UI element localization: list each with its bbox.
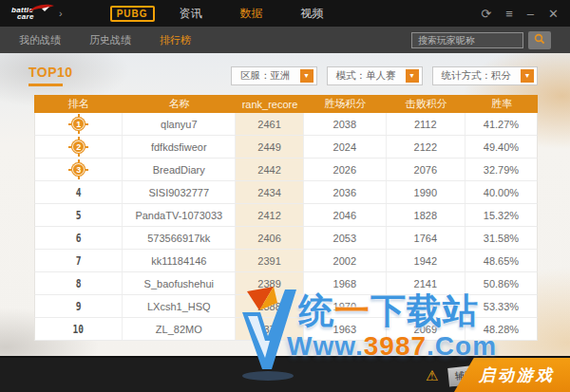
cell-win-rate: 48.28%	[466, 318, 537, 340]
cell-rank: 8	[35, 272, 123, 294]
chevron-down-icon: ▼	[406, 69, 419, 83]
stat-method-dropdown[interactable]: 统计方式：积分 ▼	[432, 66, 539, 85]
cell-kill-points: 2112	[387, 113, 466, 135]
table-row: 8S_baofushehui23891968214150.86%	[34, 272, 538, 295]
window-controls: ⟳ ≡ – ✕	[481, 8, 559, 20]
cell-win-points: 2024	[304, 136, 387, 158]
region-dropdown[interactable]: 区服：亚洲 ▼	[231, 66, 317, 85]
battlecare-logo: battle care	[11, 7, 51, 20]
rank-number: 7	[76, 254, 82, 268]
search-bar	[411, 31, 551, 49]
cell-rank-recore: 2389	[236, 272, 304, 294]
cell-win-rate: 41.27%	[466, 113, 537, 135]
region-dropdown-label: 区服：亚洲	[240, 69, 291, 83]
search-input[interactable]	[411, 32, 523, 48]
leaderboard-table: 排名 名称 rank_recore 胜场积分 击败积分 胜率 1qlanyu72…	[34, 95, 538, 341]
cell-win-points: 2036	[304, 181, 387, 203]
title-bar: battle care › PUBG 资讯 数据 视频 ⟳ ≡ – ✕	[0, 0, 570, 27]
cell-rank-recore: 2434	[236, 181, 304, 203]
cell-rank: 4	[35, 181, 123, 203]
cell-kill-points: 2090	[387, 295, 466, 317]
cell-name: SISI9032777	[123, 181, 236, 203]
cell-name: kk11184146	[123, 250, 236, 271]
cell-win-rate: 48.65%	[466, 250, 537, 271]
tab-ranking[interactable]: 排行榜	[160, 33, 191, 47]
cell-kill-points: 1764	[387, 227, 466, 249]
rank-number: 9	[76, 300, 82, 313]
cell-rank-recore: 2391	[236, 250, 304, 271]
cell-name: LXcsh1_HSQ	[123, 295, 236, 317]
rank-number: 8	[76, 277, 82, 290]
search-icon	[534, 33, 545, 47]
cell-rank-recore: 2412	[236, 204, 304, 226]
chevron-down-icon: ▼	[300, 69, 314, 83]
rank-medal-icon: 1	[71, 117, 86, 131]
tab-history-record[interactable]: 历史战绩	[89, 33, 131, 47]
table-row: 1qlanyu724612038211241.27%	[34, 113, 538, 136]
mode-dropdown[interactable]: 模式：单人赛 ▼	[327, 66, 423, 85]
cell-win-rate: 40.00%	[466, 181, 537, 203]
cell-kill-points: 1828	[387, 204, 466, 226]
table-row: 4SISI903277724342036199040.00%	[34, 181, 538, 204]
cell-name: 573566917kk	[123, 227, 236, 249]
cell-win-points: 1968	[304, 272, 387, 294]
cell-win-points: 2038	[304, 113, 387, 135]
cell-rank-recore: 2461	[236, 113, 304, 135]
sub-nav: 我的战绩 历史战绩 排行榜	[0, 27, 570, 53]
cell-win-points: 1963	[304, 318, 387, 340]
mode-dropdown-label: 模式：单人赛	[336, 69, 396, 83]
column-header-win-rate: 胜率	[466, 97, 538, 111]
refresh-icon[interactable]: ⟳	[481, 8, 491, 20]
cell-win-points: 2002	[304, 250, 387, 271]
cell-rank-recore: 2406	[236, 227, 304, 249]
tab-news[interactable]: 资讯	[180, 6, 202, 22]
cell-win-rate: 53.33%	[466, 295, 537, 317]
table-row: 2fdfkdsfiweor24492024212249.40%	[34, 136, 538, 159]
logo-text-line2: care	[11, 13, 51, 20]
table-body: 1qlanyu724612038211241.27%2fdfkdsfiweor2…	[34, 113, 538, 341]
cell-win-rate: 31.58%	[466, 227, 537, 249]
cell-name: S_baofushehui	[123, 272, 236, 294]
cell-kill-points: 2069	[387, 318, 466, 340]
close-icon[interactable]: ✕	[548, 8, 559, 20]
menu-icon[interactable]: ≡	[505, 8, 513, 20]
column-header-name: 名称	[123, 97, 236, 111]
cell-kill-points: 1942	[387, 250, 466, 271]
launch-game-button[interactable]: 启动游戏	[454, 358, 570, 392]
table-row: 7kk1118414623912002194248.65%	[34, 250, 538, 272]
tab-video[interactable]: 视频	[301, 6, 324, 22]
tab-data[interactable]: 数据	[240, 6, 263, 22]
rank-number: 6	[76, 232, 82, 245]
cell-rank: 6	[35, 227, 123, 249]
table-row: 10ZL_82MO23771963206948.28%	[34, 318, 538, 341]
chevron-right-icon: ›	[59, 8, 63, 19]
tab-my-record[interactable]: 我的战绩	[19, 33, 61, 47]
cell-kill-points: 2122	[387, 136, 466, 158]
bottom-bar: ⚠ 辅助设置 启动游戏	[0, 356, 570, 392]
cell-name: BreadDiary	[123, 159, 236, 180]
cell-rank: 2	[35, 136, 123, 158]
cell-name: fdfkdsfiweor	[123, 136, 236, 158]
filters: 区服：亚洲 ▼ 模式：单人赛 ▼ 统计方式：积分 ▼	[231, 66, 538, 85]
logo-swoosh-icon	[27, 3, 55, 14]
cell-win-rate: 49.40%	[466, 136, 537, 158]
pubg-logo: PUBG	[110, 6, 155, 22]
search-button[interactable]	[528, 31, 551, 49]
cell-rank: 1	[35, 113, 123, 135]
cell-kill-points: 1990	[387, 181, 466, 203]
cell-rank-recore: 2388	[236, 295, 304, 317]
cell-kill-points: 2141	[387, 272, 466, 294]
cell-rank: 9	[35, 295, 123, 317]
rank-number: 5	[76, 209, 82, 222]
cell-win-rate: 50.86%	[466, 272, 537, 294]
rank-medal-icon: 2	[71, 140, 86, 154]
cell-rank: 7	[35, 250, 123, 271]
rank-number: 4	[76, 186, 82, 199]
cell-win-points: 2053	[304, 227, 387, 249]
cell-name: PandaTV-1073033	[123, 204, 236, 226]
minimize-icon[interactable]: –	[527, 8, 534, 20]
page-title: TOP10	[28, 65, 73, 86]
table-row: 9LXcsh1_HSQ23881970209053.33%	[34, 295, 538, 318]
cell-win-points: 2026	[304, 159, 387, 180]
cell-win-rate: 32.79%	[466, 159, 537, 180]
